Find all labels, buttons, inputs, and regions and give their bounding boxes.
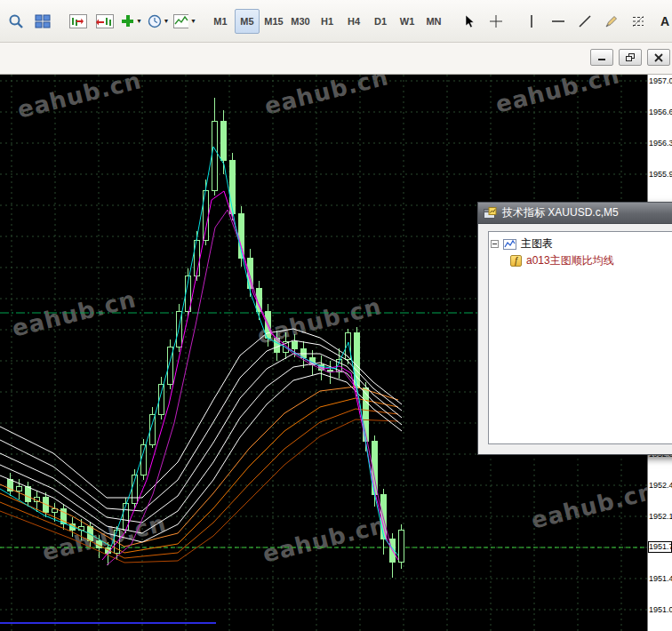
chevron-down-icon: ▼ xyxy=(164,18,170,24)
dialog-title: 技术指标 XAUUSD.c,M5 xyxy=(502,205,619,220)
tree-item-main-chart[interactable]: 主图表 xyxy=(491,236,672,252)
price-label: 1956.30 xyxy=(649,139,672,148)
main-toolbar: ▼ ▼ ▼ M1M5M15M30H1H4D1W1MN A xyxy=(0,0,672,43)
bottom-blue-line xyxy=(0,622,216,624)
timeframe-h1[interactable]: H1 xyxy=(315,9,340,34)
tree-item-indicator[interactable]: ƒ a013主图顺比均线 xyxy=(491,252,672,269)
price-label: 1952.10 xyxy=(649,512,672,521)
chart-node-icon xyxy=(503,239,516,250)
chart-window-strip xyxy=(0,43,672,75)
dialog-title-bar[interactable]: 技术指标 XAUUSD.c,M5 xyxy=(478,203,672,224)
templates-button[interactable]: ▼ xyxy=(172,9,197,34)
text-tool-icon[interactable]: A xyxy=(652,9,672,34)
new-chart-button[interactable]: ▼ xyxy=(119,9,144,34)
channel-tool-icon[interactable] xyxy=(599,9,624,34)
metatrader-window: { "toolbar": { "timeframes": ["M1","M5",… xyxy=(0,0,672,631)
price-label: 1955.95 xyxy=(649,170,672,179)
price-label: 1952.45 xyxy=(649,481,672,490)
horizontal-line-tool-icon[interactable] xyxy=(546,9,571,34)
price-label: 1951.40 xyxy=(649,574,672,583)
timeframe-group: M1M5M15M30H1H4D1W1MN xyxy=(207,9,447,34)
price-label: 1957.00 xyxy=(649,76,672,85)
current-price-box: 1951.70 xyxy=(648,541,672,553)
tile-windows-icon[interactable] xyxy=(30,9,55,34)
timeframe-h4[interactable]: H4 xyxy=(341,9,366,34)
timeframe-m1[interactable]: M1 xyxy=(208,9,233,34)
periods-button[interactable]: ▼ xyxy=(146,9,171,34)
price-label: 1951.05 xyxy=(649,605,672,614)
collapse-icon[interactable] xyxy=(491,240,499,248)
tree-item-indicator-label: a013主图顺比均线 xyxy=(526,253,614,268)
dialog-chart-icon xyxy=(484,207,497,219)
indicator-fx-icon: ƒ xyxy=(510,255,522,267)
restore-button[interactable] xyxy=(619,49,642,66)
timeframe-mn[interactable]: MN xyxy=(421,9,446,34)
timeframe-w1[interactable]: W1 xyxy=(395,9,420,34)
crosshair-tool-icon[interactable] xyxy=(484,9,508,34)
chevron-down-icon: ▼ xyxy=(190,18,196,24)
minimize-button[interactable] xyxy=(590,49,613,66)
tree-item-main-chart-label: 主图表 xyxy=(521,236,553,252)
indicator-tree: 主图表 ƒ a013主图顺比均线 xyxy=(488,231,672,444)
chart-shift-icon[interactable] xyxy=(66,9,91,34)
cursor-tool-icon[interactable] xyxy=(457,9,482,34)
fibonacci-tool-icon[interactable] xyxy=(626,9,651,34)
timeframe-m30[interactable]: M30 xyxy=(288,9,313,34)
timeframe-m5[interactable]: M5 xyxy=(235,9,260,34)
indicators-dialog: 技术指标 XAUUSD.c,M5 主图表 ƒ a013主图顺比均线 xyxy=(477,202,672,455)
timeframe-m15[interactable]: M15 xyxy=(261,9,286,34)
close-button[interactable] xyxy=(647,49,670,66)
chevron-down-icon: ▼ xyxy=(136,18,142,24)
vertical-line-tool-icon[interactable] xyxy=(519,9,544,34)
zoom-icon[interactable] xyxy=(4,9,28,34)
price-label: 1956.65 xyxy=(649,108,672,116)
trendline-tool-icon[interactable] xyxy=(572,9,597,34)
timeframe-d1[interactable]: D1 xyxy=(368,9,393,34)
autoscroll-icon[interactable] xyxy=(92,9,117,34)
window-controls xyxy=(590,49,670,66)
